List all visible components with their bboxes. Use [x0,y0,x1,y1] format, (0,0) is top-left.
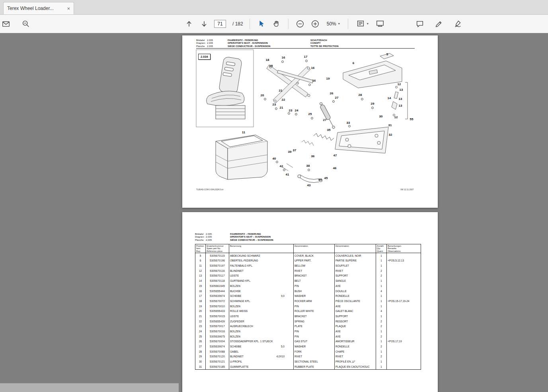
table-row: 135305670117LEISTEBRACKETSUPPORT2 [195,273,421,279]
svg-text:43: 43 [307,183,311,187]
svg-text:22: 22 [282,98,285,101]
chevron-down-icon: ▾ [367,22,369,25]
table-row: 175305639674SCHEIBE9,0WASHERRONDELLE1 [195,293,421,298]
column-header-remarks: BemerkungenRemarksObservations [388,245,420,252]
zoom-level-dropdown[interactable]: 50% ▾ [325,20,341,27]
toolbar-separator [250,19,250,29]
table-row: 265305670004STOSSDAEMPFER KPL. 1 STUECKG… [195,339,421,344]
chevron-down-icon: ▾ [338,22,340,25]
column-header-part-no: ErsatzteilnummerSpare part No.Référence … [207,245,228,252]
svg-text:20: 20 [261,94,264,97]
svg-text:21: 21 [280,106,283,109]
parts-table: PositionItemRep. ErsatzteilnummerSpare p… [195,244,421,370]
svg-text:11: 11 [242,131,246,134]
toolbar-separator [348,19,348,29]
svg-text:16: 16 [311,66,315,70]
svg-text:18: 18 [266,58,269,62]
select-tool-icon[interactable] [256,18,267,30]
svg-text:24: 24 [295,109,298,112]
table-row: 215305670015LEISTEBRACKETSUPPORT1 [195,314,421,319]
table-row: 155305661645BOLZENPINAXE1 [195,283,421,289]
table-row: 255305639675BOLZENPINAXE2 [195,334,421,339]
svg-text:38: 38 [306,164,310,168]
svg-text:55: 55 [410,117,413,121]
svg-text:26: 26 [330,92,333,95]
svg-text:35: 35 [327,128,331,132]
svg-text:27: 27 [335,96,339,99]
pdf-page-diagram[interactable]: Bildtafel2.035Diagram2.035Planche2.035 F… [182,35,438,208]
svg-text:47: 47 [333,154,337,157]
page-count-label: / 182 [232,21,243,27]
svg-text:29: 29 [371,102,374,105]
table-row: 185305670072SCHWINGE KPL.ROCKER ARMPIÈCE… [195,298,421,304]
toolbar-separator [288,19,289,29]
table-row: 285305670088GABELFORKCHAPE1 [195,349,421,354]
page-display-dropdown[interactable]: ▾ [355,19,370,29]
hand-tool-icon[interactable] [271,18,282,30]
svg-text:33: 33 [347,121,350,125]
table-row: 125305670116BLINDNIETRIVETRIVET2 [195,268,421,273]
svg-text:23: 23 [289,109,293,112]
svg-text:42: 42 [280,164,283,168]
highlight-icon[interactable] [434,18,444,30]
table-row: 165305655444BUCHSEBUSHDOUILLE4 [195,289,421,294]
svg-text:37: 37 [293,148,296,152]
parts-table-body: 55305670115ABDECKUNG SCHWARZCOVER, BLACK… [195,253,421,369]
next-page-button[interactable] [199,18,209,30]
tab-close-icon[interactable]: × [67,6,70,11]
previous-page-button[interactable] [184,18,194,30]
svg-text:13: 13 [399,97,402,101]
reading-mode-icon[interactable] [375,18,385,30]
pdf-page-parts-list[interactable]: Bildtafel2.035Diagram2.035Planche2.035 F… [182,212,438,392]
svg-text:36: 36 [311,154,315,158]
column-header-denomination: Denomination [294,244,335,253]
svg-text:23: 23 [273,103,276,106]
table-row: 205305655433ROLLE WEISSROLLER WHITEGALET… [195,308,421,314]
page-display-icon [356,20,365,28]
svg-text:41: 41 [286,173,289,176]
svg-text:12: 12 [394,115,398,119]
table-row: 315305670185GUMMIPLATTERUBBER PLATEPLAQU… [195,364,421,369]
email-icon[interactable] [1,18,11,30]
drawing-date-label: VM 12.11.2007 [400,188,414,191]
table-row: 295305670120BLINDNIET4,0X10RIVETRIVET2 [195,354,421,359]
sign-icon[interactable] [453,18,463,30]
table-row: 275305639674SCHEIBE5,0WASHERRONDELLE2 [195,344,421,349]
comment-icon[interactable] [415,18,425,30]
svg-text:15: 15 [269,64,273,68]
column-header-position: PositionItemRep. [196,245,205,252]
svg-text:13: 13 [399,104,402,107]
zoom-out-button[interactable] [295,18,305,30]
zoom-level-value: 50% [327,21,336,27]
svg-text:12: 12 [398,82,401,86]
svg-text:14: 14 [388,96,391,100]
horizontal-scrollbar[interactable] [0,383,179,392]
svg-text:46: 46 [333,166,337,170]
exploded-parts-diagram: 1815161716651916202122232123242526272829… [182,35,438,208]
svg-text:40: 40 [273,157,276,160]
table-header-row: PositionItemRep. ErsatzteilnummerSpare p… [195,244,421,253]
page2-title-block: FAHRERSITZ – FEDERUNGOPERATOR'S SEAT – S… [230,233,273,242]
svg-text:19: 19 [326,77,330,80]
column-header-qty: AnzahlQty.Quant. [377,245,386,252]
document-tab[interactable]: Terex Wheel Loader... × [3,2,74,14]
svg-text:27: 27 [323,118,327,122]
table-row: 235305670017AUSRUECKBLECHPLATEPLAQUE2 [195,324,421,329]
page-number-input[interactable] [214,20,226,28]
document-tab-title: Terex Wheel Loader... [7,6,64,11]
document-viewport: Bildtafel2.035Diagram2.035Planche2.035 F… [0,33,548,392]
svg-text:45: 45 [324,176,328,180]
svg-text:44: 44 [318,178,322,181]
svg-text:16: 16 [312,79,316,82]
svg-text:6: 6 [353,61,355,65]
table-row: 65305670196OBERTEIL-FEDERUNGUPPER PART,P… [195,258,421,263]
zoom-search-icon[interactable] [21,18,31,30]
column-header-benennung: Benennung [229,244,294,253]
toolbar: / 182 50% ▾ [0,15,548,33]
svg-text:30: 30 [379,115,383,118]
diagram-ref-box: 2.034 [198,54,211,60]
table-row: 245305670016BOLZENPINAXE1 [195,329,421,334]
zoom-in-button[interactable] [310,18,320,30]
svg-text:28: 28 [359,93,362,97]
page2-ref-block: Bildtafel2.035Diagram2.035Planche2.035 [195,233,212,242]
